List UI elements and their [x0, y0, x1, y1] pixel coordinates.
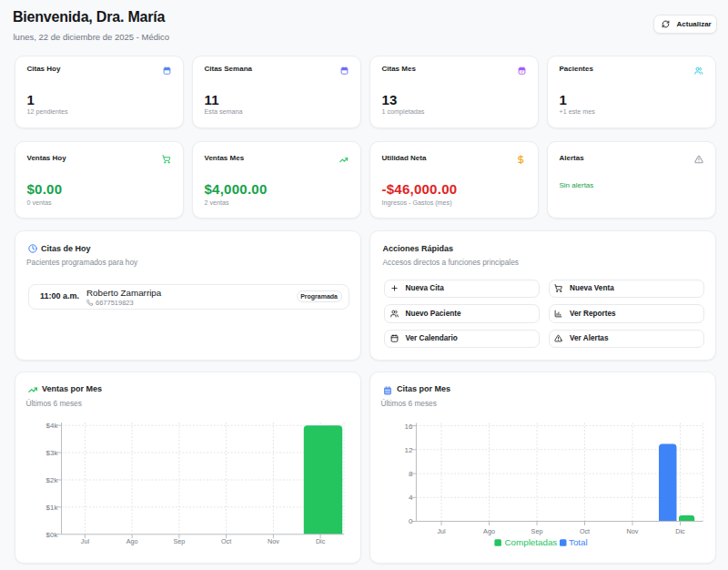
svg-text:12: 12	[404, 446, 412, 454]
svg-text:Oct: Oct	[580, 527, 590, 535]
svg-text:Oct: Oct	[221, 537, 231, 545]
svg-text:Jul: Jul	[437, 527, 446, 535]
svg-text:16: 16	[404, 422, 412, 431]
svg-text:$3k: $3k	[46, 449, 59, 457]
svg-text:Sep: Sep	[174, 537, 186, 545]
svg-text:Total: Total	[569, 537, 588, 547]
svg-text:Nov: Nov	[268, 537, 279, 545]
svg-text:4: 4	[409, 494, 413, 502]
svg-text:Nov: Nov	[627, 527, 639, 535]
svg-text:$2k: $2k	[46, 476, 59, 484]
svg-text:8: 8	[409, 470, 413, 478]
svg-text:0: 0	[409, 517, 413, 525]
svg-text:Ago: Ago	[126, 537, 138, 545]
svg-text:$1k: $1k	[46, 504, 59, 512]
svg-text:$4k: $4k	[46, 422, 59, 430]
svg-text:Ago: Ago	[483, 527, 495, 535]
svg-text:$0k: $0k	[46, 531, 59, 539]
svg-text:Dic: Dic	[316, 537, 326, 545]
svg-text:Dic: Dic	[675, 527, 685, 535]
svg-text:Jul: Jul	[81, 537, 90, 545]
svg-text:Completadas: Completadas	[505, 537, 558, 547]
svg-text:Sep: Sep	[531, 527, 543, 535]
